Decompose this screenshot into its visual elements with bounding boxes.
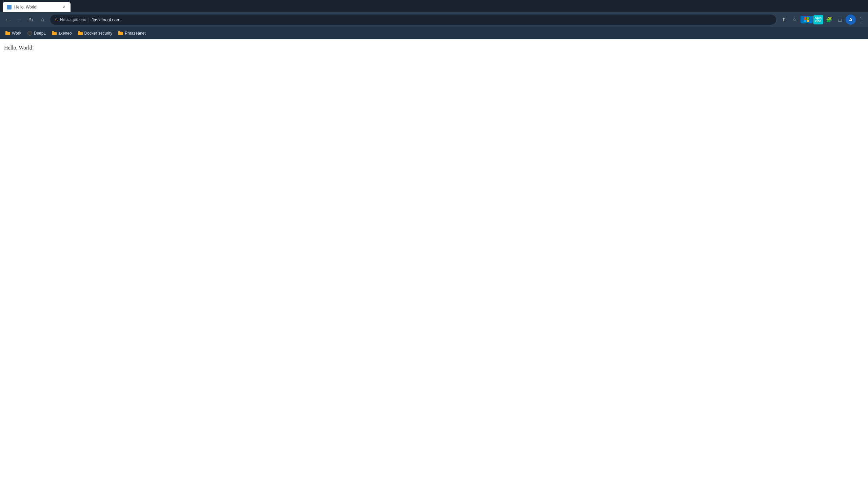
puzzle-icon: 🧩 [826, 17, 832, 23]
share-button[interactable]: ⬆ [779, 15, 789, 25]
bookmark-deepl[interactable]: DeepL [25, 30, 48, 37]
ms-button[interactable] [801, 16, 813, 23]
bookmark-akeneo-label: akeneo [58, 31, 72, 36]
split-view-button[interactable]: □ [835, 15, 845, 25]
bookmark-button[interactable]: ☆ [790, 15, 800, 25]
home-button[interactable]: ⌂ [37, 15, 47, 25]
bookmarks-bar: Work DeepL akeneo Docker security Phrase… [0, 27, 868, 39]
split-icon: □ [838, 17, 841, 23]
reload-button[interactable]: ↻ [26, 15, 36, 25]
address-bar[interactable]: ⚠ Не защищено | flask.local.com [50, 15, 776, 25]
folder-icon-docker-security [78, 31, 83, 35]
address-url: flask.local.com [92, 17, 772, 22]
bookmark-phraseanet-label: Phraseanet [125, 31, 145, 36]
security-warning-icon: ⚠ [54, 17, 58, 22]
active-tab[interactable]: Hello, World! ✕ [3, 2, 71, 12]
back-button[interactable]: ← [3, 15, 13, 25]
share-icon: ⬆ [782, 17, 786, 23]
folder-icon-work [5, 31, 10, 35]
address-divider: | [88, 17, 90, 22]
star-icon: ☆ [792, 17, 797, 23]
tab-close-button[interactable]: ✕ [61, 4, 66, 10]
bookmark-docker-security-label: Docker security [84, 31, 113, 36]
bookmark-deepl-label: DeepL [34, 31, 46, 36]
bookmark-docker-security[interactable]: Docker security [75, 30, 115, 37]
bookmark-akeneo[interactable]: akeneo [49, 30, 74, 37]
nav-actions: ⬆ ☆ Spin One 🧩 □ A [779, 15, 866, 25]
page-content: Hello, World! [0, 39, 868, 486]
browser-chrome: Hello, World! ✕ ← → ↻ ⌂ ⚠ Не защищено | … [0, 0, 868, 39]
tab-favicon [7, 5, 12, 9]
folder-icon-phraseanet [118, 31, 123, 35]
menu-dots-icon: ⋮ [858, 16, 864, 23]
extensions-button[interactable]: 🧩 [824, 15, 834, 25]
tab-title: Hello, World! [14, 5, 58, 9]
profile-avatar[interactable]: A [846, 15, 856, 25]
bookmark-work[interactable]: Work [3, 30, 24, 37]
folder-icon-akeneo [52, 31, 57, 35]
bookmark-phraseanet[interactable]: Phraseanet [116, 30, 148, 37]
spinone-one-label: One [815, 20, 821, 23]
spinone-button[interactable]: Spin One [813, 15, 824, 24]
navigation-bar: ← → ↻ ⌂ ⚠ Не защищено | flask.local.com … [0, 12, 868, 27]
tab-bar: Hello, World! ✕ [0, 0, 868, 12]
hello-world-text: Hello, World! [4, 45, 864, 51]
menu-button[interactable]: ⋮ [856, 15, 865, 25]
bookmark-work-label: Work [12, 31, 21, 36]
favicon-deepl [27, 31, 32, 36]
ms-icon [804, 17, 809, 22]
forward-button[interactable]: → [14, 15, 24, 25]
security-text: Не защищено [60, 17, 86, 22]
